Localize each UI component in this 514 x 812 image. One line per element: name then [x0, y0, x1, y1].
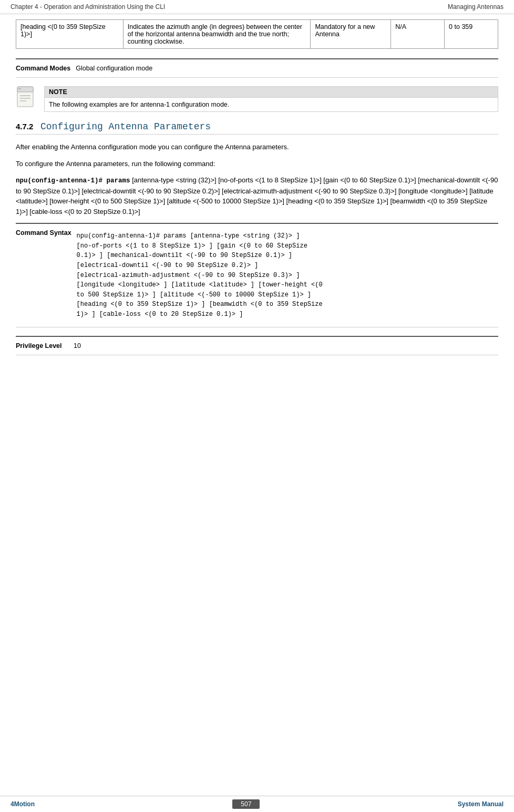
command-syntax-content: npu(config-antenna-1)# params [antenna-t… [77, 229, 498, 321]
table-cell-col3: Mandatory for a new Antenna [311, 20, 391, 49]
note-box: NOTE The following examples are for ante… [44, 86, 498, 112]
command-syntax-block: Command Syntax npu(config-antenna-1)# pa… [16, 223, 498, 327]
header-right: Managing Antennas [448, 3, 503, 11]
command-inline-para: npu(config-antenna-1)# params [antenna-t… [16, 175, 498, 217]
body-para-1: After enabling the Antenna configuration… [16, 142, 498, 152]
command-modes-value: Global configuration mode [76, 65, 498, 72]
table-cell-col2: Indicates the azimuth angle (in degrees)… [123, 20, 311, 49]
command-modes-block: Command Modes Global configuration mode [16, 58, 498, 78]
footer-center-page-number: 507 [232, 799, 260, 809]
param-table: [heading <(0 to 359 StepSize 1)>] Indica… [16, 19, 498, 49]
page-footer: 4Motion 507 System Manual [0, 796, 514, 812]
section-number: 4.7.2 [16, 122, 33, 131]
table-cell-col5: 0 to 359 [445, 20, 498, 49]
footer-right: System Manual [458, 800, 503, 808]
table-cell-col4: N/A [391, 20, 445, 49]
note-icon [16, 86, 37, 111]
body-para-2: To configure the Antenna parameters, run… [16, 159, 498, 169]
privilege-level-block: Privilege Level 10 [16, 336, 498, 355]
note-header: NOTE [45, 87, 498, 98]
header-left: Chapter 4 - Operation and Administration… [11, 3, 165, 11]
command-inline-bold: npu(config-antenna-1)# params [16, 177, 130, 184]
command-modes-label: Command Modes [16, 65, 76, 72]
note-container: NOTE The following examples are for ante… [16, 86, 498, 112]
command-syntax-text: npu(config-antenna-1)# params [antenna-t… [77, 229, 498, 321]
footer-left: 4Motion [11, 800, 35, 808]
svg-rect-1 [17, 87, 33, 92]
table-cell-col1: [heading <(0 to 359 StepSize 1)>] [16, 20, 124, 49]
privilege-level-value: 10 [74, 342, 498, 350]
section-heading: 4.7.2 Configuring Antenna Parameters [16, 121, 498, 135]
page-header: Chapter 4 - Operation and Administration… [0, 0, 514, 14]
privilege-level-label: Privilege Level [16, 342, 74, 350]
main-content: [heading <(0 to 359 StepSize 1)>] Indica… [0, 14, 514, 361]
note-body: The following examples are for antenna-1… [45, 98, 498, 111]
note-icon-svg [16, 86, 37, 109]
section-title: Configuring Antenna Parameters [40, 121, 211, 132]
command-syntax-label: Command Syntax [16, 229, 77, 237]
table-row: [heading <(0 to 359 StepSize 1)>] Indica… [16, 20, 498, 49]
